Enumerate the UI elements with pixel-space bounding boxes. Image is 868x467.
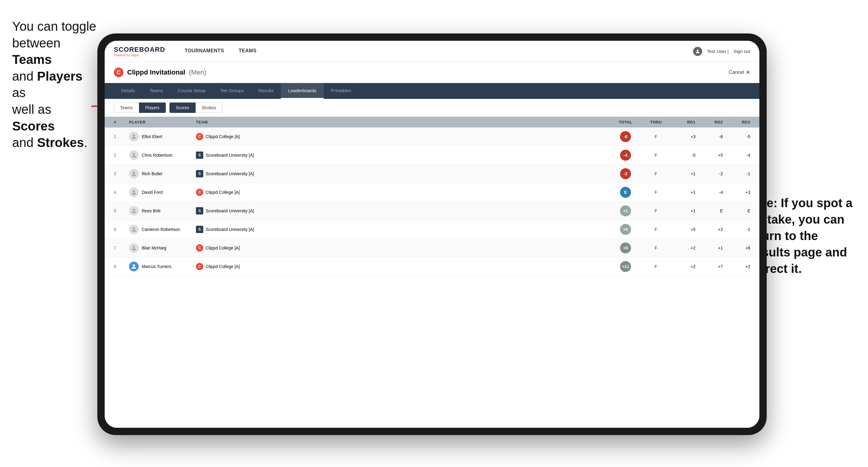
player-2: Chris Robertson (129, 150, 196, 160)
rd3-6: -1 (723, 227, 750, 232)
score-badge-5: +1 (620, 205, 631, 216)
table-header: # PLAYER TEAM TOTAL THRU RD1 RD2 RD3 (105, 117, 760, 127)
nav-tournaments[interactable]: TOURNAMENTS (177, 41, 231, 62)
col-rank: # (114, 120, 129, 124)
avatar-3 (129, 169, 139, 179)
avatar-5 (129, 206, 139, 216)
thru-2: F (644, 153, 668, 158)
rd1-1: +3 (668, 134, 695, 139)
rd1-2: -5 (668, 153, 695, 158)
svg-point-3 (133, 153, 135, 155)
table-row: 4 David Ford C Clippd College [A] E F +1… (105, 183, 760, 202)
total-3: -2 (607, 168, 644, 179)
team-logo-6: S (196, 226, 203, 233)
tournament-gender: (Men) (189, 68, 206, 76)
total-2: -4 (607, 150, 644, 161)
thru-3: F (644, 171, 668, 176)
rd2-5: E (695, 209, 723, 213)
col-player: PLAYER (129, 120, 196, 124)
rd2-1: -6 (695, 134, 723, 139)
player-4: David Ford (129, 187, 196, 197)
tournament-title: C Clippd Invitational (Men) (114, 67, 206, 77)
total-6: +6 (607, 224, 644, 235)
toggle-scores[interactable]: Scores (169, 102, 196, 113)
score-badge-8: +11 (620, 261, 631, 272)
tournament-header: C Clippd Invitational (Men) Cancel ✕ (105, 62, 760, 83)
nav-right: Test User | Sign out (693, 47, 750, 56)
tab-leaderboards[interactable]: Leaderboards (281, 83, 324, 99)
col-total: TOTAL (607, 120, 644, 124)
team-5: S Scoreboard University [A] (196, 207, 607, 215)
svg-point-8 (133, 246, 135, 248)
sign-out-link[interactable]: Sign out (734, 49, 750, 54)
rd3-3: -1 (723, 171, 750, 176)
team-logo-7: C (196, 244, 203, 252)
table-row: 3 Rich Butler S Scoreboard University [A… (105, 164, 760, 183)
toggle-players[interactable]: Players (139, 102, 166, 113)
thru-4: F (644, 190, 668, 195)
rank-8: 8 (114, 264, 129, 269)
team-4: C Clippd College [A] (196, 189, 607, 196)
score-badge-1: -8 (620, 131, 631, 142)
svg-point-7 (133, 227, 135, 229)
avatar-7 (129, 243, 139, 253)
col-rd1: RD1 (668, 120, 695, 124)
col-rd3: RD3 (723, 120, 750, 124)
col-rd2: RD2 (695, 120, 723, 124)
rd3-5: E (723, 209, 750, 213)
total-4: E (607, 187, 644, 198)
tablet-screen: SCOREBOARD Powered by clippd TOURNAMENTS… (105, 41, 760, 428)
avatar-2 (129, 150, 139, 160)
rd1-5: +1 (668, 209, 695, 213)
toggle-row: Teams Players Scores Strokes (105, 99, 760, 117)
rd1-7: +2 (668, 246, 695, 250)
tab-teams[interactable]: Teams (143, 83, 170, 99)
player-8: Marcus Turners (129, 262, 196, 271)
svg-point-2 (133, 134, 135, 136)
rd1-6: +5 (668, 227, 695, 232)
tournament-name: Clippd Invitational (127, 68, 185, 76)
tablet-frame: SCOREBOARD Powered by clippd TOURNAMENTS… (97, 33, 767, 435)
avatar-1 (129, 132, 139, 142)
total-1: -8 (607, 131, 644, 142)
cancel-button[interactable]: Cancel ✕ (728, 69, 750, 76)
svg-point-5 (133, 190, 135, 192)
player-5: Rees Britt (129, 206, 196, 216)
logo-title: SCOREBOARD (114, 45, 165, 54)
team-1: C Clippd College [A] (196, 133, 607, 140)
score-badge-4: E (620, 187, 631, 198)
rank-3: 3 (114, 171, 129, 176)
team-logo-3: S (196, 170, 203, 177)
avatar-4 (129, 187, 139, 197)
thru-8: F (644, 264, 668, 269)
team-8: C Clippd College [A] (196, 263, 607, 270)
score-badge-3: -2 (620, 168, 631, 179)
table-row: 5 Rees Britt S Scoreboard University [A]… (105, 202, 760, 220)
total-7: +8 (607, 243, 644, 253)
table-row: 6 Cameron Robertson S Scoreboard Univers… (105, 220, 760, 239)
tab-tee-groups[interactable]: Tee Groups (213, 83, 251, 99)
avatar-8 (129, 262, 139, 271)
tab-course-setup[interactable]: Course Setup (170, 83, 213, 99)
team-2: S Scoreboard University [A] (196, 152, 607, 159)
player-7: Blair McHarg (129, 243, 196, 253)
tab-details[interactable]: Details (114, 83, 143, 99)
team-logo-5: S (196, 207, 203, 215)
tab-printables[interactable]: Printables (324, 83, 359, 99)
col-team: TEAM (196, 120, 607, 124)
rank-7: 7 (114, 246, 129, 250)
tab-results[interactable]: Results (251, 83, 281, 99)
score-badge-7: +8 (620, 243, 631, 253)
rd3-4: +3 (723, 190, 750, 195)
rd2-2: +5 (695, 153, 723, 158)
app-content: SCOREBOARD Powered by clippd TOURNAMENTS… (105, 41, 760, 428)
nav-teams[interactable]: TEAMS (231, 41, 264, 62)
toggle-teams[interactable]: Teams (114, 102, 139, 113)
team-logo-1: C (196, 133, 203, 140)
leaderboard-table: # PLAYER TEAM TOTAL THRU RD1 RD2 RD3 1 E… (105, 117, 760, 428)
rd2-8: +7 (695, 264, 723, 269)
toggle-strokes[interactable]: Strokes (196, 102, 222, 113)
rd1-4: +1 (668, 190, 695, 195)
rd3-2: -4 (723, 153, 750, 158)
svg-point-4 (133, 172, 135, 174)
